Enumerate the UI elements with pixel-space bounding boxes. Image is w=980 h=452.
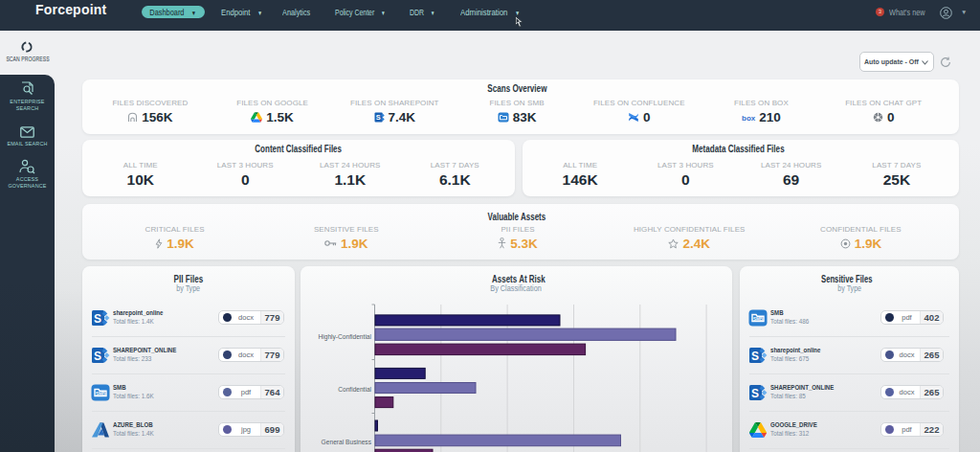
svg-text:SMB: SMB	[753, 317, 764, 322]
svg-text:Highly-Confidential: Highly-Confidential	[319, 332, 372, 341]
svg-text:SMB: SMB	[96, 392, 106, 396]
svg-text:S: S	[94, 311, 101, 325]
svg-text:S: S	[375, 113, 380, 122]
svg-text:S: S	[751, 386, 759, 399]
svg-text:General Business: General Business	[322, 438, 372, 446]
svg-text:S: S	[94, 349, 101, 362]
svg-text:Confidential: Confidential	[338, 385, 371, 394]
svg-text:S: S	[751, 349, 759, 362]
